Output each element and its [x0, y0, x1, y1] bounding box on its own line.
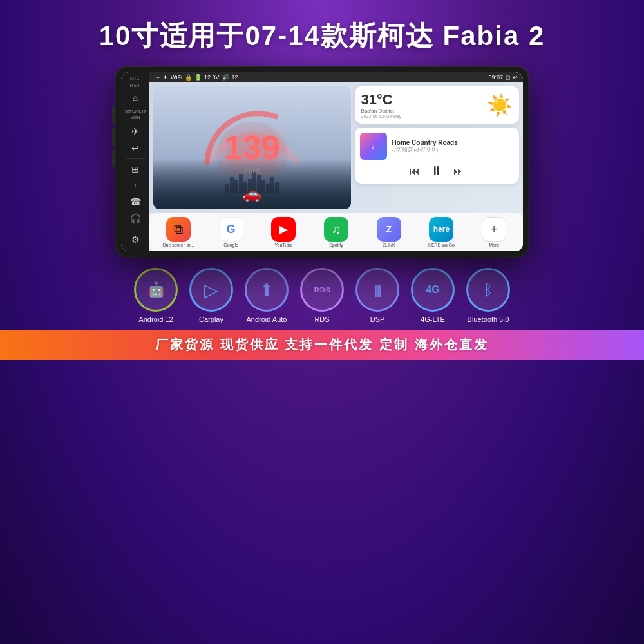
feature-android-auto: ⬆ Android Auto	[245, 268, 289, 323]
rds-label: RDS	[314, 316, 329, 323]
google-icon: G	[219, 217, 243, 242]
android12-circle: 🤖	[134, 268, 178, 312]
dsp-circle: |||	[355, 268, 399, 312]
page-title: 10寸适用于07-14款斯柯达 Fabia 2	[0, 0, 644, 61]
music-top: ♪ Home Country Roads 小野丽莎 (小野リサ)	[360, 133, 514, 160]
return-icon: ↩	[513, 74, 518, 80]
android-auto-circle: ⬆	[245, 268, 289, 312]
music-card: ♪ Home Country Roads 小野丽莎 (小野リサ) ⏮ ⏸	[355, 128, 519, 184]
speedometer-area: 139 KM/h	[153, 86, 351, 209]
feature-bluetooth: ᛒ Bluetooth 5.0	[466, 268, 510, 323]
bottom-banner: 厂家货源 现货供应 支持一件代发 定制 海外仓直发	[0, 330, 644, 360]
music-info: Home Country Roads 小野丽莎 (小野リサ)	[392, 139, 458, 153]
lock-icon: 🔒	[185, 74, 192, 80]
volume-up-icon[interactable]: +	[121, 178, 149, 193]
app-one-screen[interactable]: ⧉ One screen in...	[153, 217, 204, 247]
volume-icon: 🔊	[222, 74, 229, 80]
carplay-circle: ▷	[189, 268, 233, 312]
weather-location: Bao'an District	[361, 108, 402, 114]
app-google[interactable]: G Google	[206, 217, 256, 247]
feature-4g-lte: 4G 4G-LTE	[411, 268, 455, 323]
settings-icon[interactable]: ⚙	[121, 232, 149, 247]
carplay-label: Carplay	[199, 316, 223, 323]
music-thumbnail: ♪	[360, 133, 387, 160]
here-wego-label: HERE WeGo	[428, 243, 455, 247]
voltage-display: 12.0V	[204, 74, 220, 80]
right-panel: 31°C Bao'an District 2023-06-12·Monday ☀…	[355, 86, 519, 209]
app-spotify[interactable]: ♫ Spotify	[311, 217, 361, 247]
prev-button[interactable]: ⏮	[410, 166, 420, 177]
bluetooth-label: Bluetooth 5.0	[468, 316, 509, 323]
wifi-icon: WiFi	[171, 74, 182, 80]
feature-rds: R·D·S RDS	[300, 268, 344, 323]
4g-lte-label: 4G-LTE	[421, 316, 445, 323]
dsp-label: DSP	[370, 316, 385, 323]
next-button[interactable]: ⏭	[453, 166, 464, 177]
here-wego-icon: here	[429, 217, 453, 242]
android12-label: Android 12	[138, 316, 173, 323]
side-buttons	[112, 106, 115, 167]
android-auto-label: Android Auto	[247, 316, 287, 323]
zlink-label: ZLINK	[383, 243, 395, 247]
bluetooth-circle: ᛒ	[466, 268, 510, 312]
bluetooth-status-icon: ✦	[163, 74, 168, 80]
app-youtube[interactable]: ▶ YouTube	[258, 217, 308, 247]
rst-label: RST	[130, 83, 141, 88]
app-more[interactable]: + More	[469, 217, 519, 247]
time-display: 09:07	[488, 74, 503, 80]
spotify-icon: ♫	[324, 217, 348, 242]
navigation-icon[interactable]: ✈	[121, 124, 149, 139]
music-controls[interactable]: ⏮ ⏸ ⏭	[360, 164, 514, 178]
app-here-wego[interactable]: here HERE WeGo	[417, 217, 467, 247]
mic-label: MIC	[130, 76, 140, 80]
one-screen-label: One screen in...	[162, 243, 194, 247]
youtube-label: YouTube	[275, 243, 293, 247]
speed-unit: KM/h	[243, 167, 260, 175]
more-icon: +	[482, 217, 506, 242]
4g-lte-circle: 4G	[411, 268, 455, 312]
play-pause-button[interactable]: ⏸	[430, 164, 443, 178]
feature-dsp: ||| DSP	[355, 268, 399, 323]
status-left: → ✦ WiFi 🔒 🔋 12.0V 🔊 12	[155, 74, 238, 80]
music-title: Home Country Roads	[392, 139, 458, 146]
phone-icon[interactable]: ☎	[121, 194, 149, 209]
music-artist: 小野丽莎 (小野リサ)	[392, 146, 458, 153]
arrow-icon: →	[155, 74, 160, 80]
battery-icon: 🔋	[194, 74, 202, 80]
home-icon[interactable]: ⌂	[121, 90, 149, 106]
status-right: 09:07 ◻ ↩	[488, 74, 518, 80]
one-screen-icon: ⧉	[166, 217, 191, 242]
weather-date: 2023-06-12·Monday	[361, 114, 402, 118]
status-bar: → ✦ WiFi 🔒 🔋 12.0V 🔊 12 09:07 ◻	[149, 72, 523, 82]
app-zlink[interactable]: Z ZLINK	[364, 217, 414, 247]
rds-circle: R·D·S	[300, 268, 344, 312]
weather-card: 31°C Bao'an District 2023-06-12·Monday ☀…	[355, 86, 519, 124]
screen-icon: ◻	[506, 74, 510, 80]
weather-temp: 31°C	[361, 91, 402, 108]
car-unit: MIC RST ⌂ 2023-06-12MON ✈ ↩ ⊞ + ☎ 🎧 ⚙	[116, 67, 528, 256]
device-wrapper: MIC RST ⌂ 2023-06-12MON ✈ ↩ ⊞ + ☎ 🎧 ⚙	[0, 67, 644, 256]
back-icon[interactable]: ↩	[121, 140, 149, 156]
youtube-icon: ▶	[271, 217, 296, 242]
features-strip: 🤖 Android 12 ▷ Carplay ⬆ Android Auto R·…	[0, 256, 644, 330]
weather-info: 31°C Bao'an District 2023-06-12·Monday	[361, 91, 402, 118]
feature-android12: 🤖 Android 12	[134, 268, 178, 323]
volume-num: 12	[232, 74, 238, 80]
screen-content: 139 KM/h	[149, 82, 523, 213]
apps-icon[interactable]: ⊞	[121, 162, 149, 177]
left-sidebar: MIC RST ⌂ 2023-06-12MON ✈ ↩ ⊞ + ☎ 🎧 ⚙	[121, 72, 149, 251]
screen-main: → ✦ WiFi 🔒 🔋 12.0V 🔊 12 09:07 ◻	[149, 72, 523, 251]
headphone-icon[interactable]: 🎧	[121, 211, 149, 226]
screen-bezel: MIC RST ⌂ 2023-06-12MON ✈ ↩ ⊞ + ☎ 🎧 ⚙	[121, 72, 523, 251]
car-icon: 🚗	[242, 185, 261, 203]
app-grid: ⧉ One screen in... G Google ▶ YouTube	[149, 213, 523, 251]
screen-inner: MIC RST ⌂ 2023-06-12MON ✈ ↩ ⊞ + ☎ 🎧 ⚙	[121, 72, 523, 251]
zlink-icon: Z	[377, 217, 401, 242]
sidebar-date: 2023-06-12MON	[124, 107, 146, 122]
feature-carplay: ▷ Carplay	[189, 268, 233, 323]
speed-value: 139	[224, 128, 280, 167]
google-label: Google	[223, 243, 238, 247]
spotify-label: Spotify	[329, 243, 343, 247]
sun-icon: ☀️	[487, 93, 513, 117]
more-label: More	[489, 243, 499, 247]
